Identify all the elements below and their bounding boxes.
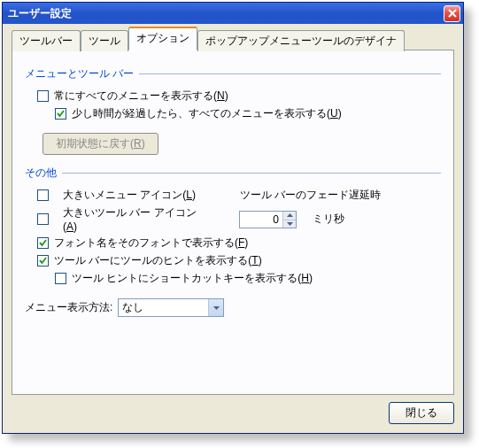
bottom-bar: 閉じる (12, 402, 454, 424)
tab-tool[interactable]: ツール (81, 30, 128, 51)
close-button[interactable]: 閉じる (389, 402, 454, 424)
window-close-button[interactable] (444, 5, 460, 22)
label-shortcut-in-hints: ツール ヒントにショートカットキーを表示する(H) (72, 271, 313, 286)
row-show-full-after-delay: 少し時間が経過したら、すべてのメニューを表示する(U) (25, 106, 441, 121)
row-large-menu-icons: 大きいメニュー アイコン(L) ツール バーのフェード遅延時 (25, 188, 441, 203)
row-always-show-full: 常にすべてのメニューを表示する(N) (25, 89, 441, 104)
combo-dropdown-button[interactable] (208, 299, 223, 316)
checkbox-always-show-full[interactable] (37, 90, 49, 102)
label-show-full-after-delay: 少し時間が経過したら、すべてのメニューを表示する(U) (72, 106, 342, 121)
chevron-down-icon (287, 222, 293, 226)
fade-delay-spinner[interactable] (239, 211, 297, 228)
label-font-in-font: フォント名をそのフォントで表示する(F) (54, 236, 248, 251)
titlebar: ユーザー設定 (3, 3, 463, 24)
checkbox-large-menu-icons[interactable] (37, 189, 49, 201)
tabpanel-options: メニューとツール バー 常にすべてのメニューを表示する(N) 少し時間が経過した… (12, 50, 454, 395)
chevron-up-icon (287, 213, 293, 217)
tab-toolbar[interactable]: ツールバー (12, 30, 81, 51)
group-menu-toolbar-title: メニューとツール バー (25, 66, 441, 81)
row-menu-anim: メニュー表示方法: なし (25, 298, 441, 317)
menu-anim-value: なし (119, 300, 208, 315)
row-large-toolbar-icons: 大きいツール バー アイコン(A) ミリ秒 (25, 205, 441, 233)
row-font-in-font: フォント名をそのフォントで表示する(F) (25, 236, 441, 251)
dialog-window: ユーザー設定 ツールバー ツール オプション ポップアップメニューツールのデザイ… (2, 2, 464, 434)
spin-up-button[interactable] (283, 212, 296, 220)
checkbox-show-tool-hints[interactable] (37, 255, 49, 266)
checkbox-large-toolbar-icons[interactable] (37, 213, 49, 225)
fade-delay-input[interactable] (240, 212, 282, 228)
label-show-tool-hints: ツール バーにツールのヒントを表示する(T) (54, 253, 262, 268)
row-shortcut-in-hints: ツール ヒントにショートカットキーを表示する(H) (25, 271, 441, 286)
label-fade-delay: ツール バーのフェード遅延時 (240, 188, 381, 203)
checkbox-font-in-font[interactable] (37, 237, 49, 249)
client-area: ツールバー ツール オプション ポップアップメニューツールのデザイナ メニューと… (3, 24, 463, 433)
label-large-toolbar-icons: 大きいツール バー アイコン(A) (63, 205, 200, 233)
label-large-menu-icons: 大きいメニュー アイコン(L) (63, 188, 196, 203)
checkbox-show-full-after-delay[interactable] (55, 108, 66, 120)
label-menu-anim: メニュー表示方法: (25, 300, 112, 315)
reset-button[interactable]: 初期状態に戻す(R) (42, 133, 158, 155)
menu-anim-combo[interactable]: なし (118, 298, 224, 317)
tabstrip: ツールバー ツール オプション ポップアップメニューツールのデザイナ (12, 31, 454, 50)
spin-down-button[interactable] (283, 220, 296, 228)
tab-popup-designer[interactable]: ポップアップメニューツールのデザイナ (197, 30, 405, 51)
label-ms: ミリ秒 (313, 212, 344, 227)
chevron-down-icon (213, 306, 220, 310)
tab-options[interactable]: オプション (128, 27, 197, 50)
group-other-title: その他 (25, 166, 441, 181)
row-show-tool-hints: ツール バーにツールのヒントを表示する(T) (25, 253, 441, 268)
window-title: ユーザー設定 (8, 6, 72, 21)
close-icon (448, 9, 457, 18)
checkbox-shortcut-in-hints[interactable] (55, 273, 66, 284)
label-always-show-full: 常にすべてのメニューを表示する(N) (54, 89, 228, 104)
